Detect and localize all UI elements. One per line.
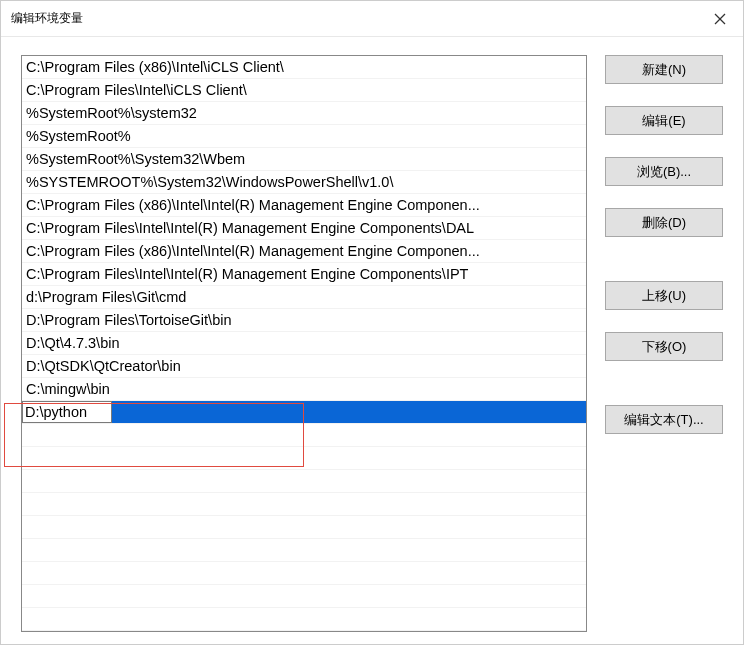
list-item[interactable]: C:\Program Files\Intel\Intel(R) Manageme… (22, 217, 586, 240)
list-item[interactable]: C:\Program Files\Intel\Intel(R) Manageme… (22, 263, 586, 286)
list-item[interactable]: C:\Program Files (x86)\Intel\iCLS Client… (22, 56, 586, 79)
titlebar: 编辑环境变量 (1, 1, 743, 37)
list-item[interactable]: C:\Program Files (x86)\Intel\Intel(R) Ma… (22, 194, 586, 217)
list-item[interactable]: %SystemRoot% (22, 125, 586, 148)
movedown-button[interactable]: 下移(O) (605, 332, 723, 361)
empty-row (22, 424, 586, 447)
list-item[interactable]: %SYSTEMROOT%\System32\WindowsPowerShell\… (22, 171, 586, 194)
empty-row (22, 585, 586, 608)
close-button[interactable] (697, 1, 743, 37)
empty-row (22, 447, 586, 470)
list-item[interactable]: D:\Program Files\TortoiseGit\bin (22, 309, 586, 332)
list-item[interactable]: d:\Program Files\Git\cmd (22, 286, 586, 309)
close-icon (714, 13, 726, 25)
list-inner: C:\Program Files (x86)\Intel\iCLS Client… (22, 56, 586, 631)
empty-row (22, 470, 586, 493)
list-container: C:\Program Files (x86)\Intel\iCLS Client… (21, 55, 587, 632)
window-title: 编辑环境变量 (11, 10, 83, 27)
edit-button[interactable]: 编辑(E) (605, 106, 723, 135)
empty-row (22, 493, 586, 516)
path-edit-input[interactable] (22, 401, 112, 423)
empty-row (22, 608, 586, 631)
list-item[interactable]: %SystemRoot%\system32 (22, 102, 586, 125)
selection-highlight (112, 401, 586, 423)
list-item-editing[interactable] (22, 401, 586, 424)
list-item[interactable]: C:\Program Files (x86)\Intel\Intel(R) Ma… (22, 240, 586, 263)
dialog-content: C:\Program Files (x86)\Intel\iCLS Client… (1, 37, 743, 645)
empty-row (22, 516, 586, 539)
list-item[interactable]: %SystemRoot%\System32\Wbem (22, 148, 586, 171)
new-button[interactable]: 新建(N) (605, 55, 723, 84)
path-listbox[interactable]: C:\Program Files (x86)\Intel\iCLS Client… (21, 55, 587, 632)
moveup-button[interactable]: 上移(U) (605, 281, 723, 310)
edittext-button[interactable]: 编辑文本(T)... (605, 405, 723, 434)
dialog-window: 编辑环境变量 C:\Program Files (x86)\Intel\iCLS… (0, 0, 744, 645)
delete-button[interactable]: 删除(D) (605, 208, 723, 237)
empty-row (22, 562, 586, 585)
list-item[interactable]: C:\mingw\bin (22, 378, 586, 401)
list-item[interactable]: D:\Qt\4.7.3\bin (22, 332, 586, 355)
list-item[interactable]: C:\Program Files\Intel\iCLS Client\ (22, 79, 586, 102)
browse-button[interactable]: 浏览(B)... (605, 157, 723, 186)
empty-row (22, 539, 586, 562)
button-column: 新建(N) 编辑(E) 浏览(B)... 删除(D) 上移(U) 下移(O) 编… (605, 55, 723, 632)
list-item[interactable]: D:\QtSDK\QtCreator\bin (22, 355, 586, 378)
